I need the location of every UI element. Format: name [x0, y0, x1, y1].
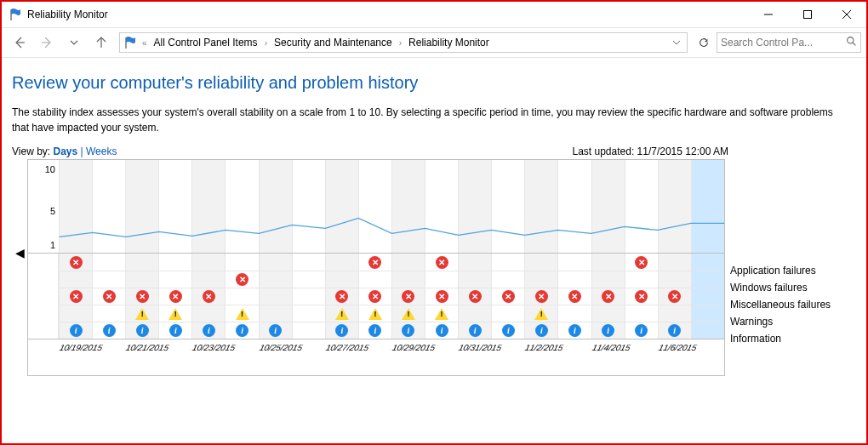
event-cell[interactable] [59, 271, 92, 288]
event-cell[interactable] [658, 271, 691, 288]
event-cell[interactable] [557, 254, 591, 271]
event-cell[interactable] [591, 254, 625, 271]
event-cell[interactable]: ✕ [358, 288, 391, 305]
chart-day-column[interactable] [259, 160, 292, 253]
event-cell[interactable]: ✕ [425, 254, 458, 271]
event-cell[interactable] [658, 305, 691, 322]
event-cell[interactable]: i [325, 322, 358, 339]
event-cell[interactable] [625, 271, 658, 288]
event-cell[interactable] [691, 322, 724, 339]
event-cell[interactable]: i [425, 322, 458, 339]
chart-day-column[interactable] [625, 160, 658, 253]
event-cell[interactable]: ✕ [125, 288, 158, 305]
event-cell[interactable] [491, 305, 524, 322]
event-cell[interactable] [691, 288, 724, 305]
recent-dropdown-button[interactable] [61, 30, 87, 55]
event-cell[interactable] [524, 305, 557, 322]
event-cell[interactable]: i [92, 322, 125, 339]
event-cell[interactable] [191, 271, 225, 288]
breadcrumb-item[interactable]: All Control Panel Items [152, 35, 260, 50]
forward-button[interactable] [34, 30, 60, 55]
chart-day-column[interactable] [591, 160, 625, 253]
event-cell[interactable]: ✕ [158, 288, 191, 305]
scroll-left-button[interactable]: ◀ [12, 159, 27, 346]
event-cell[interactable] [691, 305, 724, 322]
event-cell[interactable] [557, 305, 591, 322]
chevron-right-icon[interactable]: › [397, 38, 403, 48]
chart-day-column[interactable] [191, 160, 225, 253]
reliability-chart[interactable]: 10 5 1 ✕✕✕✕✕✕✕✕✕✕✕✕✕✕✕✕✕✕✕✕✕iiiiiiiiiiii… [27, 159, 725, 376]
chart-day-column[interactable] [491, 160, 524, 253]
chart-day-column[interactable] [425, 160, 458, 253]
event-cell[interactable]: ✕ [425, 288, 458, 305]
event-cell[interactable]: i [557, 322, 591, 339]
event-cell[interactable] [458, 254, 491, 271]
chart-day-column[interactable] [158, 160, 191, 253]
event-cell[interactable]: ✕ [225, 271, 258, 288]
event-cell[interactable]: ✕ [92, 288, 125, 305]
event-cell[interactable] [391, 254, 425, 271]
event-cell[interactable] [92, 305, 125, 322]
event-cell[interactable]: i [591, 322, 625, 339]
event-cell[interactable] [458, 305, 491, 322]
event-cell[interactable]: ✕ [391, 288, 425, 305]
chart-day-column[interactable] [325, 160, 358, 253]
chevron-right-icon[interactable]: › [263, 38, 269, 48]
event-cell[interactable]: ✕ [625, 254, 658, 271]
event-cell[interactable]: i [191, 322, 225, 339]
event-cell[interactable]: i [225, 322, 258, 339]
event-cell[interactable] [158, 305, 191, 322]
view-days-link[interactable]: Days [53, 145, 77, 157]
event-cell[interactable] [591, 271, 625, 288]
event-cell[interactable]: ✕ [325, 288, 358, 305]
event-cell[interactable] [358, 305, 391, 322]
event-cell[interactable]: i [158, 322, 191, 339]
close-button[interactable] [827, 2, 866, 27]
event-cell[interactable]: ✕ [59, 288, 92, 305]
event-cell[interactable] [259, 271, 292, 288]
event-cell[interactable] [691, 271, 724, 288]
event-cell[interactable] [225, 288, 258, 305]
minimize-button[interactable] [749, 2, 788, 27]
event-cell[interactable] [292, 254, 325, 271]
event-cell[interactable] [125, 305, 158, 322]
event-cell[interactable] [658, 254, 691, 271]
breadcrumb-overflow[interactable]: « [140, 38, 149, 48]
event-cell[interactable] [292, 305, 325, 322]
chart-day-column[interactable] [691, 160, 724, 253]
chart-day-column[interactable] [125, 160, 158, 253]
event-cell[interactable] [358, 271, 391, 288]
chart-day-column[interactable] [358, 160, 391, 253]
chart-day-column[interactable] [292, 160, 325, 253]
event-cell[interactable]: i [391, 322, 425, 339]
event-cell[interactable] [292, 322, 325, 339]
event-cell[interactable] [158, 254, 191, 271]
chart-day-column[interactable] [557, 160, 591, 253]
maximize-button[interactable] [788, 2, 827, 27]
event-cell[interactable] [391, 305, 425, 322]
event-cell[interactable]: i [458, 322, 491, 339]
event-cell[interactable] [391, 271, 425, 288]
event-cell[interactable]: i [125, 322, 158, 339]
event-cell[interactable]: ✕ [491, 288, 524, 305]
event-cell[interactable] [191, 254, 225, 271]
event-cell[interactable] [92, 271, 125, 288]
event-cell[interactable] [524, 254, 557, 271]
event-cell[interactable] [325, 271, 358, 288]
event-cell[interactable] [191, 305, 225, 322]
event-cell[interactable] [425, 305, 458, 322]
breadcrumb-item[interactable]: Reliability Monitor [407, 35, 491, 50]
event-cell[interactable] [225, 305, 258, 322]
event-cell[interactable]: ✕ [658, 288, 691, 305]
event-cell[interactable]: ✕ [557, 288, 591, 305]
event-cell[interactable] [259, 254, 292, 271]
event-cell[interactable] [557, 271, 591, 288]
event-cell[interactable]: i [259, 322, 292, 339]
event-cell[interactable]: ✕ [524, 288, 557, 305]
event-cell[interactable]: ✕ [591, 288, 625, 305]
event-cell[interactable]: ✕ [625, 288, 658, 305]
event-cell[interactable] [425, 271, 458, 288]
event-cell[interactable] [591, 305, 625, 322]
chart-day-column[interactable] [524, 160, 557, 253]
event-cell[interactable]: ✕ [191, 288, 225, 305]
